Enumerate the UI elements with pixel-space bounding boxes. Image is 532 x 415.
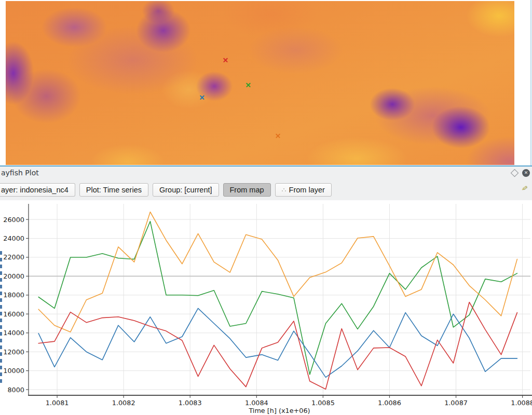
panel-titlebar[interactable]: ayfish Plot ✕	[0, 167, 532, 181]
svg-text:8000: 8000	[7, 386, 24, 394]
from-map-button[interactable]: From map	[223, 183, 271, 197]
svg-text:1.0087: 1.0087	[444, 399, 468, 407]
plot-type-button[interactable]: Plot: Time series	[79, 183, 148, 197]
svg-text:1.0085: 1.0085	[311, 399, 335, 407]
svg-text:20000: 20000	[3, 272, 24, 280]
svg-text:1.0086: 1.0086	[378, 399, 401, 407]
time-series-chart[interactable]: 8000100001200014000160001800020000220002…	[0, 200, 532, 415]
from-layer-icon	[282, 188, 286, 192]
map-canvas-border-right	[530, 0, 531, 165]
panel-title: ayfish Plot	[1, 169, 39, 177]
y-axis-title-clipped	[0, 251, 2, 386]
float-panel-icon[interactable]	[511, 169, 519, 177]
svg-text:26000: 26000	[3, 216, 24, 224]
raster-layer-heatmap[interactable]	[6, 1, 514, 165]
svg-text:1.0083: 1.0083	[179, 399, 202, 407]
series-red	[38, 302, 517, 390]
map-marker-orange	[276, 134, 280, 139]
svg-text:16000: 16000	[3, 310, 24, 318]
group-select-button[interactable]: Group: [current]	[153, 183, 219, 197]
layer-select-button[interactable]: ayer: indonesia_nc4	[0, 183, 75, 197]
svg-text:1.0081: 1.0081	[46, 399, 69, 407]
map-marker-blue	[200, 95, 204, 100]
svg-text:22000: 22000	[3, 253, 24, 261]
svg-text:24000: 24000	[3, 234, 24, 242]
crayfish-plot-panel: ayfish Plot ✕ ayer: indonesia_nc4 Plot: …	[0, 167, 532, 415]
panel-toolbar: ayer: indonesia_nc4 Plot: Time series Gr…	[0, 181, 532, 199]
series-blue	[38, 308, 517, 377]
svg-text:1.0082: 1.0082	[112, 399, 135, 407]
svg-text:12000: 12000	[3, 348, 24, 356]
x-axis-title: Time [h] (x1e+06)	[248, 407, 310, 414]
svg-text:1.0084: 1.0084	[245, 399, 268, 407]
svg-text:10000: 10000	[3, 367, 24, 375]
chart-svg[interactable]: 8000100001200014000160001800020000220002…	[0, 200, 532, 415]
svg-text:1.0088: 1.0088	[511, 399, 532, 407]
map-marker-green	[246, 83, 251, 88]
close-panel-icon[interactable]: ✕	[522, 169, 530, 177]
svg-text:14000: 14000	[3, 329, 24, 337]
map-canvas[interactable]	[0, 0, 532, 167]
svg-text:18000: 18000	[3, 291, 24, 299]
pen-icon[interactable]: ✎	[521, 184, 528, 193]
map-marker-red	[223, 58, 228, 63]
from-layer-button[interactable]: From layer	[275, 183, 332, 197]
